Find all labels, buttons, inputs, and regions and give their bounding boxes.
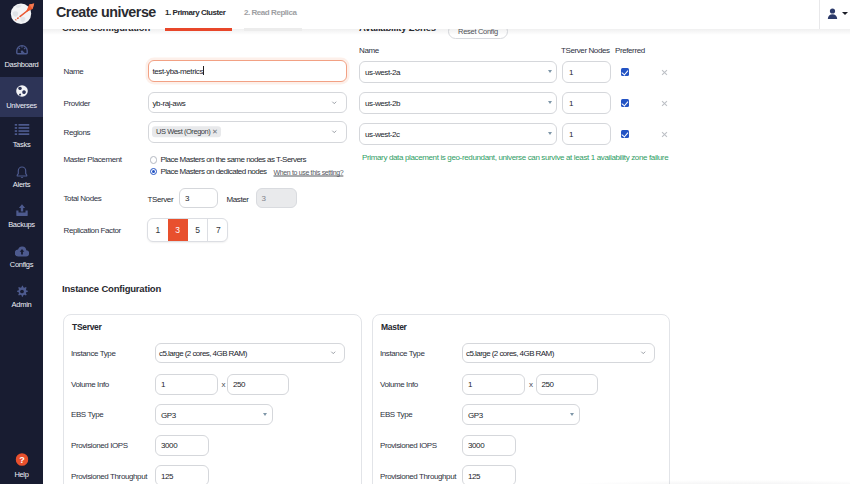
- svg-text:?: ?: [19, 455, 25, 465]
